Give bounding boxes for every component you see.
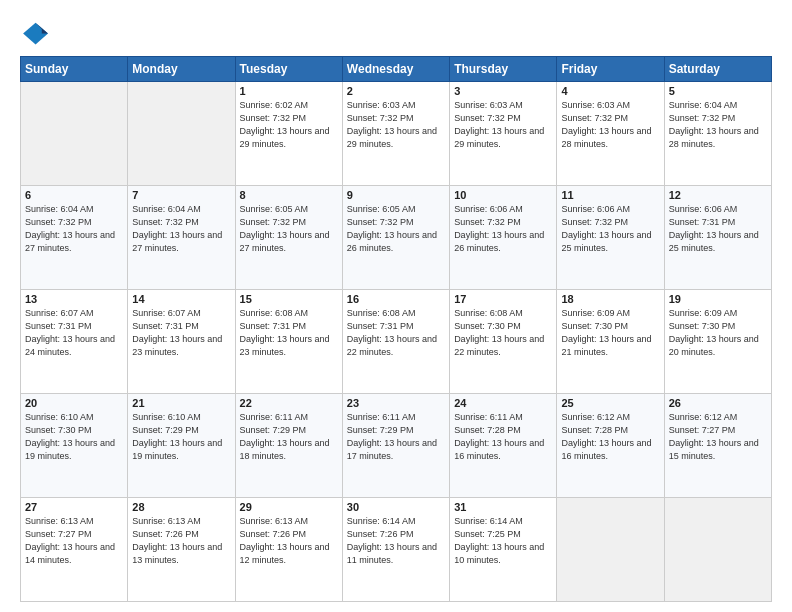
calendar-cell: 2Sunrise: 6:03 AM Sunset: 7:32 PM Daylig…	[342, 82, 449, 186]
calendar-week-row: 27Sunrise: 6:13 AM Sunset: 7:27 PM Dayli…	[21, 498, 772, 602]
day-info: Sunrise: 6:13 AM Sunset: 7:26 PM Dayligh…	[240, 515, 338, 567]
calendar-cell: 30Sunrise: 6:14 AM Sunset: 7:26 PM Dayli…	[342, 498, 449, 602]
calendar-week-row: 20Sunrise: 6:10 AM Sunset: 7:30 PM Dayli…	[21, 394, 772, 498]
calendar-week-row: 1Sunrise: 6:02 AM Sunset: 7:32 PM Daylig…	[21, 82, 772, 186]
calendar-cell: 25Sunrise: 6:12 AM Sunset: 7:28 PM Dayli…	[557, 394, 664, 498]
day-number: 11	[561, 189, 659, 201]
day-number: 9	[347, 189, 445, 201]
calendar-cell: 16Sunrise: 6:08 AM Sunset: 7:31 PM Dayli…	[342, 290, 449, 394]
day-info: Sunrise: 6:08 AM Sunset: 7:31 PM Dayligh…	[240, 307, 338, 359]
day-info: Sunrise: 6:04 AM Sunset: 7:32 PM Dayligh…	[669, 99, 767, 151]
header	[20, 18, 772, 46]
day-info: Sunrise: 6:03 AM Sunset: 7:32 PM Dayligh…	[561, 99, 659, 151]
day-info: Sunrise: 6:04 AM Sunset: 7:32 PM Dayligh…	[25, 203, 123, 255]
day-info: Sunrise: 6:12 AM Sunset: 7:28 PM Dayligh…	[561, 411, 659, 463]
logo-icon	[20, 18, 48, 46]
day-number: 15	[240, 293, 338, 305]
day-number: 7	[132, 189, 230, 201]
day-info: Sunrise: 6:09 AM Sunset: 7:30 PM Dayligh…	[561, 307, 659, 359]
day-number: 6	[25, 189, 123, 201]
day-info: Sunrise: 6:02 AM Sunset: 7:32 PM Dayligh…	[240, 99, 338, 151]
day-number: 25	[561, 397, 659, 409]
day-info: Sunrise: 6:05 AM Sunset: 7:32 PM Dayligh…	[347, 203, 445, 255]
calendar-cell: 10Sunrise: 6:06 AM Sunset: 7:32 PM Dayli…	[450, 186, 557, 290]
logo	[20, 18, 52, 46]
calendar-cell	[128, 82, 235, 186]
calendar-cell	[21, 82, 128, 186]
calendar-cell: 13Sunrise: 6:07 AM Sunset: 7:31 PM Dayli…	[21, 290, 128, 394]
calendar-cell: 31Sunrise: 6:14 AM Sunset: 7:25 PM Dayli…	[450, 498, 557, 602]
day-info: Sunrise: 6:06 AM Sunset: 7:31 PM Dayligh…	[669, 203, 767, 255]
day-info: Sunrise: 6:11 AM Sunset: 7:29 PM Dayligh…	[347, 411, 445, 463]
day-number: 22	[240, 397, 338, 409]
calendar-cell: 26Sunrise: 6:12 AM Sunset: 7:27 PM Dayli…	[664, 394, 771, 498]
calendar-cell: 6Sunrise: 6:04 AM Sunset: 7:32 PM Daylig…	[21, 186, 128, 290]
calendar-cell: 24Sunrise: 6:11 AM Sunset: 7:28 PM Dayli…	[450, 394, 557, 498]
calendar-cell: 17Sunrise: 6:08 AM Sunset: 7:30 PM Dayli…	[450, 290, 557, 394]
day-number: 2	[347, 85, 445, 97]
day-info: Sunrise: 6:13 AM Sunset: 7:27 PM Dayligh…	[25, 515, 123, 567]
day-number: 28	[132, 501, 230, 513]
day-info: Sunrise: 6:08 AM Sunset: 7:30 PM Dayligh…	[454, 307, 552, 359]
calendar-cell: 4Sunrise: 6:03 AM Sunset: 7:32 PM Daylig…	[557, 82, 664, 186]
calendar-cell	[557, 498, 664, 602]
day-info: Sunrise: 6:07 AM Sunset: 7:31 PM Dayligh…	[25, 307, 123, 359]
day-info: Sunrise: 6:11 AM Sunset: 7:29 PM Dayligh…	[240, 411, 338, 463]
weekday-header-cell: Monday	[128, 57, 235, 82]
day-info: Sunrise: 6:11 AM Sunset: 7:28 PM Dayligh…	[454, 411, 552, 463]
calendar-cell: 8Sunrise: 6:05 AM Sunset: 7:32 PM Daylig…	[235, 186, 342, 290]
day-info: Sunrise: 6:03 AM Sunset: 7:32 PM Dayligh…	[454, 99, 552, 151]
day-info: Sunrise: 6:14 AM Sunset: 7:26 PM Dayligh…	[347, 515, 445, 567]
day-number: 31	[454, 501, 552, 513]
day-info: Sunrise: 6:13 AM Sunset: 7:26 PM Dayligh…	[132, 515, 230, 567]
weekday-header-row: SundayMondayTuesdayWednesdayThursdayFrid…	[21, 57, 772, 82]
day-number: 29	[240, 501, 338, 513]
calendar-cell: 20Sunrise: 6:10 AM Sunset: 7:30 PM Dayli…	[21, 394, 128, 498]
day-number: 8	[240, 189, 338, 201]
day-info: Sunrise: 6:07 AM Sunset: 7:31 PM Dayligh…	[132, 307, 230, 359]
calendar-week-row: 13Sunrise: 6:07 AM Sunset: 7:31 PM Dayli…	[21, 290, 772, 394]
calendar-cell: 15Sunrise: 6:08 AM Sunset: 7:31 PM Dayli…	[235, 290, 342, 394]
day-info: Sunrise: 6:06 AM Sunset: 7:32 PM Dayligh…	[561, 203, 659, 255]
calendar-cell: 3Sunrise: 6:03 AM Sunset: 7:32 PM Daylig…	[450, 82, 557, 186]
calendar-cell: 19Sunrise: 6:09 AM Sunset: 7:30 PM Dayli…	[664, 290, 771, 394]
calendar-cell: 22Sunrise: 6:11 AM Sunset: 7:29 PM Dayli…	[235, 394, 342, 498]
weekday-header-cell: Friday	[557, 57, 664, 82]
day-number: 24	[454, 397, 552, 409]
calendar-cell: 21Sunrise: 6:10 AM Sunset: 7:29 PM Dayli…	[128, 394, 235, 498]
day-number: 16	[347, 293, 445, 305]
day-number: 1	[240, 85, 338, 97]
calendar-cell: 1Sunrise: 6:02 AM Sunset: 7:32 PM Daylig…	[235, 82, 342, 186]
calendar-cell: 11Sunrise: 6:06 AM Sunset: 7:32 PM Dayli…	[557, 186, 664, 290]
calendar-cell: 9Sunrise: 6:05 AM Sunset: 7:32 PM Daylig…	[342, 186, 449, 290]
calendar-body: 1Sunrise: 6:02 AM Sunset: 7:32 PM Daylig…	[21, 82, 772, 602]
day-info: Sunrise: 6:09 AM Sunset: 7:30 PM Dayligh…	[669, 307, 767, 359]
calendar-cell: 7Sunrise: 6:04 AM Sunset: 7:32 PM Daylig…	[128, 186, 235, 290]
day-info: Sunrise: 6:03 AM Sunset: 7:32 PM Dayligh…	[347, 99, 445, 151]
calendar-table: SundayMondayTuesdayWednesdayThursdayFrid…	[20, 56, 772, 602]
day-number: 21	[132, 397, 230, 409]
day-info: Sunrise: 6:14 AM Sunset: 7:25 PM Dayligh…	[454, 515, 552, 567]
day-info: Sunrise: 6:05 AM Sunset: 7:32 PM Dayligh…	[240, 203, 338, 255]
calendar-cell: 14Sunrise: 6:07 AM Sunset: 7:31 PM Dayli…	[128, 290, 235, 394]
calendar-cell: 29Sunrise: 6:13 AM Sunset: 7:26 PM Dayli…	[235, 498, 342, 602]
calendar-cell: 27Sunrise: 6:13 AM Sunset: 7:27 PM Dayli…	[21, 498, 128, 602]
day-number: 30	[347, 501, 445, 513]
weekday-header-cell: Tuesday	[235, 57, 342, 82]
day-number: 14	[132, 293, 230, 305]
calendar-week-row: 6Sunrise: 6:04 AM Sunset: 7:32 PM Daylig…	[21, 186, 772, 290]
day-info: Sunrise: 6:10 AM Sunset: 7:29 PM Dayligh…	[132, 411, 230, 463]
calendar-cell: 18Sunrise: 6:09 AM Sunset: 7:30 PM Dayli…	[557, 290, 664, 394]
weekday-header-cell: Wednesday	[342, 57, 449, 82]
day-number: 12	[669, 189, 767, 201]
weekday-header-cell: Sunday	[21, 57, 128, 82]
page: SundayMondayTuesdayWednesdayThursdayFrid…	[0, 0, 792, 612]
day-number: 20	[25, 397, 123, 409]
weekday-header-cell: Thursday	[450, 57, 557, 82]
calendar-cell: 28Sunrise: 6:13 AM Sunset: 7:26 PM Dayli…	[128, 498, 235, 602]
day-number: 10	[454, 189, 552, 201]
day-number: 23	[347, 397, 445, 409]
day-info: Sunrise: 6:06 AM Sunset: 7:32 PM Dayligh…	[454, 203, 552, 255]
calendar-cell: 12Sunrise: 6:06 AM Sunset: 7:31 PM Dayli…	[664, 186, 771, 290]
calendar-cell: 5Sunrise: 6:04 AM Sunset: 7:32 PM Daylig…	[664, 82, 771, 186]
